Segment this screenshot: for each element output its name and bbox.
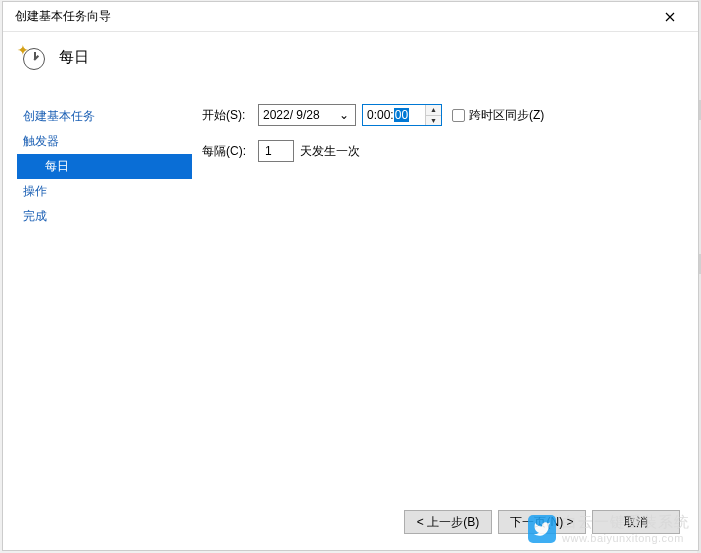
window-title: 创建基本任务向导 bbox=[11, 8, 650, 25]
sync-timezone-option: 跨时区同步(Z) bbox=[452, 107, 544, 124]
wizard-window: 创建基本任务向导 ✦ 每日 创建基本任务 触发器 每日 操作 完成 开始(S):… bbox=[2, 1, 699, 551]
wizard-content: 开始(S): 2022/ 9/28 ⌄ 0:00:00 ▲ ▼ 跨时区同步(Z) bbox=[192, 86, 684, 494]
wizard-footer: < 上一步(B) 下一页(N) > 取消 白云一键重装系统 www.baiyun… bbox=[3, 494, 698, 550]
sync-timezone-checkbox[interactable] bbox=[452, 109, 465, 122]
date-value: 2022/ 9/28 bbox=[263, 108, 320, 122]
recur-label: 每隔(C): bbox=[202, 143, 252, 160]
spinner-up-button[interactable]: ▲ bbox=[426, 105, 441, 116]
recur-days-input[interactable] bbox=[258, 140, 294, 162]
recur-row: 每隔(C): 天发生一次 bbox=[202, 140, 684, 162]
start-time-input[interactable]: 0:00:00 ▲ ▼ bbox=[362, 104, 442, 126]
sidebar-item-finish[interactable]: 完成 bbox=[17, 204, 192, 229]
page-title: 每日 bbox=[59, 48, 89, 67]
wizard-header: ✦ 每日 bbox=[3, 32, 698, 86]
sidebar-item-daily[interactable]: 每日 bbox=[17, 154, 192, 179]
task-scheduler-icon: ✦ bbox=[19, 44, 45, 70]
close-button[interactable] bbox=[650, 3, 690, 31]
wizard-steps-sidebar: 创建基本任务 触发器 每日 操作 完成 bbox=[17, 86, 192, 494]
sidebar-item-create-task[interactable]: 创建基本任务 bbox=[17, 104, 192, 129]
start-date-input[interactable]: 2022/ 9/28 ⌄ bbox=[258, 104, 356, 126]
back-button[interactable]: < 上一步(B) bbox=[404, 510, 492, 534]
sync-timezone-label: 跨时区同步(Z) bbox=[469, 107, 544, 124]
cancel-button[interactable]: 取消 bbox=[592, 510, 680, 534]
start-label: 开始(S): bbox=[202, 107, 252, 124]
time-spinner: ▲ ▼ bbox=[425, 105, 441, 125]
time-value: 0:00:00 bbox=[367, 108, 423, 122]
recur-suffix-label: 天发生一次 bbox=[300, 143, 360, 160]
start-datetime-row: 开始(S): 2022/ 9/28 ⌄ 0:00:00 ▲ ▼ 跨时区同步(Z) bbox=[202, 104, 684, 126]
titlebar: 创建基本任务向导 bbox=[3, 2, 698, 32]
sidebar-item-action[interactable]: 操作 bbox=[17, 179, 192, 204]
chevron-down-icon[interactable]: ⌄ bbox=[337, 108, 351, 122]
sidebar-item-trigger[interactable]: 触发器 bbox=[17, 129, 192, 154]
next-button[interactable]: 下一页(N) > bbox=[498, 510, 586, 534]
close-icon bbox=[665, 12, 675, 22]
spinner-down-button[interactable]: ▼ bbox=[426, 116, 441, 126]
wizard-body: 创建基本任务 触发器 每日 操作 完成 开始(S): 2022/ 9/28 ⌄ … bbox=[3, 86, 698, 494]
